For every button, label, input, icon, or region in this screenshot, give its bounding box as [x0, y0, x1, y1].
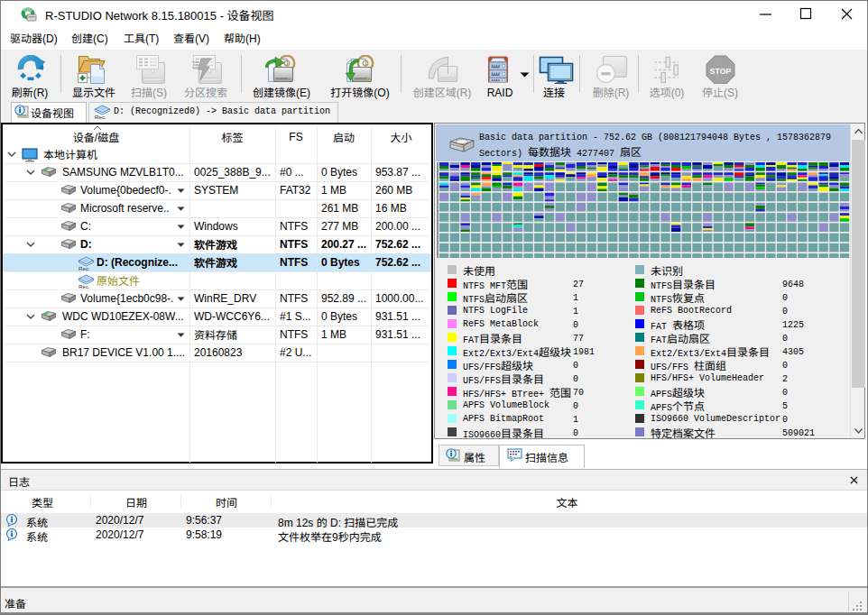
- svg-text:Rec.: Rec.: [95, 114, 106, 119]
- svg-text:Rec.: Rec.: [78, 265, 90, 271]
- svg-text:Rec.: Rec.: [78, 283, 90, 289]
- svg-text:STOP: STOP: [710, 67, 732, 76]
